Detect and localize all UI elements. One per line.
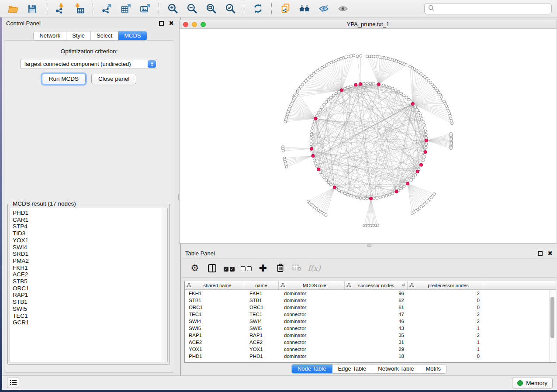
table-tab-node-table[interactable]: Node Table bbox=[292, 364, 332, 373]
tab-style[interactable]: Style bbox=[66, 31, 91, 40]
mcds-result-item[interactable]: FKH1 bbox=[13, 265, 167, 272]
optimization-criterion-select[interactable]: largest connected component (undirected) bbox=[20, 59, 157, 69]
column-header-shared-name[interactable]: shared name bbox=[185, 281, 244, 289]
create-column-button[interactable]: ✚ bbox=[256, 261, 270, 275]
column-header-MCDS-role[interactable]: MCDS role bbox=[279, 281, 345, 289]
network-node[interactable] bbox=[330, 96, 332, 99]
network-node[interactable] bbox=[310, 143, 312, 145]
network-node[interactable] bbox=[451, 122, 453, 124]
mcds-result-item[interactable]: STP4 bbox=[13, 223, 167, 230]
network-node[interactable] bbox=[315, 165, 318, 168]
network-node[interactable] bbox=[325, 214, 327, 217]
network-node[interactable] bbox=[410, 179, 412, 181]
network-node[interactable] bbox=[422, 159, 424, 162]
tab-network[interactable]: Network bbox=[34, 31, 66, 40]
network-node[interactable] bbox=[403, 185, 405, 188]
network-node[interactable] bbox=[419, 114, 422, 117]
table-cell[interactable]: SWI4 bbox=[185, 319, 244, 324]
tab-select[interactable]: Select bbox=[91, 31, 118, 40]
table-row[interactable]: ACE2ACE2connector311 bbox=[185, 339, 556, 346]
network-node[interactable] bbox=[391, 87, 394, 90]
mcds-hub-node[interactable] bbox=[314, 117, 317, 120]
table-cell[interactable]: SWI4 bbox=[244, 319, 279, 324]
mcds-hub-node[interactable] bbox=[354, 83, 357, 86]
mcds-hub-node[interactable] bbox=[411, 102, 414, 105]
table-cell[interactable]: STB1 bbox=[185, 298, 244, 303]
mcds-result-item[interactable]: TID3 bbox=[13, 230, 167, 237]
horizontal-splitter[interactable] bbox=[181, 244, 557, 248]
network-node[interactable] bbox=[332, 94, 335, 96]
network-node[interactable] bbox=[319, 171, 322, 173]
table-cell[interactable]: 47 bbox=[345, 312, 408, 317]
function-builder-button-disabled[interactable]: f(x) bbox=[308, 261, 321, 275]
network-node[interactable] bbox=[335, 92, 337, 95]
table-row[interactable]: TEC1TEC1connector472 bbox=[185, 311, 556, 318]
memory-button[interactable]: Memory bbox=[512, 378, 553, 389]
mcds-result-item[interactable]: PHD1 bbox=[13, 210, 167, 217]
network-node[interactable] bbox=[343, 192, 346, 195]
table-cell[interactable]: ACE2 bbox=[244, 340, 279, 345]
table-cell[interactable]: 0 bbox=[408, 298, 483, 303]
network-node[interactable] bbox=[425, 136, 428, 139]
export-table-button[interactable] bbox=[118, 2, 133, 16]
network-node[interactable] bbox=[350, 55, 353, 57]
network-node[interactable] bbox=[422, 120, 424, 123]
zoom-window-button[interactable] bbox=[201, 22, 206, 27]
close-panel-icon[interactable]: ✖ bbox=[547, 251, 553, 256]
first-neighbors-button[interactable] bbox=[297, 2, 312, 16]
mcds-result-item[interactable]: CAR1 bbox=[13, 217, 167, 224]
network-node[interactable] bbox=[352, 54, 355, 57]
network-node[interactable] bbox=[366, 197, 368, 200]
mcds-hub-node[interactable] bbox=[395, 190, 398, 193]
network-node[interactable] bbox=[323, 103, 325, 106]
network-node[interactable] bbox=[313, 159, 316, 162]
network-node[interactable] bbox=[363, 82, 365, 85]
table-row[interactable]: SWI4SWI4dominator462 bbox=[185, 318, 556, 325]
network-node[interactable] bbox=[425, 146, 427, 149]
table-tab-edge-table[interactable]: Edge Table bbox=[332, 364, 372, 373]
network-node[interactable] bbox=[369, 82, 372, 85]
network-node[interactable] bbox=[366, 55, 369, 58]
table-cell[interactable]: dominator bbox=[279, 305, 345, 310]
import-network-button[interactable] bbox=[52, 2, 67, 16]
table-tab-network-table[interactable]: Network Table bbox=[372, 364, 420, 373]
network-node[interactable] bbox=[313, 120, 316, 123]
network-node[interactable] bbox=[403, 94, 405, 96]
network-node[interactable] bbox=[338, 90, 340, 93]
table-cell[interactable]: FKH1 bbox=[185, 291, 244, 296]
close-window-button[interactable] bbox=[183, 22, 188, 27]
network-node[interactable] bbox=[376, 224, 379, 227]
network-node[interactable] bbox=[388, 86, 391, 89]
mcds-hub-node[interactable] bbox=[420, 163, 423, 166]
mcds-hub-node[interactable] bbox=[359, 83, 362, 86]
table-cell[interactable]: 1 bbox=[408, 340, 483, 345]
tab-mcds[interactable]: MCDS bbox=[118, 31, 146, 40]
table-cell[interactable]: 2 bbox=[408, 312, 483, 317]
network-node[interactable] bbox=[385, 85, 388, 87]
mcds-hub-node[interactable] bbox=[311, 154, 315, 157]
network-node[interactable] bbox=[385, 194, 388, 197]
table-cell[interactable]: dominator bbox=[279, 354, 345, 359]
mcds-result-item[interactable]: ACE2 bbox=[13, 271, 167, 278]
mcds-hub-node[interactable] bbox=[340, 89, 343, 92]
network-node[interactable] bbox=[310, 136, 312, 139]
zoom-selected-button[interactable] bbox=[223, 2, 238, 16]
table-cell[interactable]: TEC1 bbox=[244, 312, 279, 317]
minimize-window-button[interactable] bbox=[192, 22, 197, 27]
network-node[interactable] bbox=[346, 193, 349, 196]
network-node[interactable] bbox=[327, 181, 330, 184]
table-cell[interactable]: YOX1 bbox=[244, 347, 279, 352]
network-node[interactable] bbox=[325, 101, 328, 103]
export-image-button[interactable] bbox=[138, 2, 152, 16]
network-node[interactable] bbox=[338, 189, 340, 192]
network-node[interactable] bbox=[285, 165, 288, 168]
table-cell[interactable]: SWI5 bbox=[244, 326, 279, 331]
mcds-hub-node[interactable] bbox=[406, 182, 409, 185]
table-cell[interactable]: dominator bbox=[279, 291, 345, 296]
network-node[interactable] bbox=[310, 133, 313, 136]
network-node[interactable] bbox=[321, 106, 323, 108]
export-network-button[interactable] bbox=[99, 2, 114, 16]
table-options-button[interactable]: ⚙ bbox=[188, 261, 201, 275]
table-cell[interactable]: 35 bbox=[345, 333, 408, 338]
network-node[interactable] bbox=[312, 124, 315, 126]
